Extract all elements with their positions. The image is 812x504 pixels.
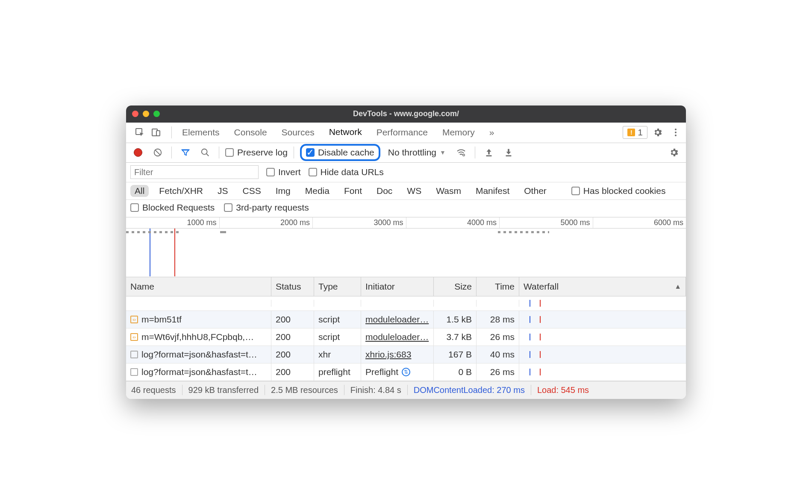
col-initiator[interactable]: Initiator [361, 277, 434, 296]
chevron-down-icon: ▼ [440, 149, 446, 156]
tab-performance[interactable]: Performance [371, 122, 434, 143]
cell-initiator: moduleloader… [361, 311, 434, 328]
device-toolbar-icon[interactable] [148, 125, 164, 140]
table-row[interactable]: ‹›m=bm51tf 200 script moduleloader… 1.5 … [126, 311, 686, 328]
blocked-requests-label: Blocked Requests [142, 202, 215, 213]
table-row[interactable]: ‹›m=Wt6vjf,hhhU8,FCpbqb,… 200 script mod… [126, 328, 686, 346]
col-type[interactable]: Type [314, 277, 361, 296]
svg-point-9 [202, 149, 207, 155]
col-status[interactable]: Status [271, 277, 314, 296]
col-size[interactable]: Size [434, 277, 477, 296]
cell-time: 28 ms [477, 311, 519, 328]
sort-indicator-icon: ▲ [674, 283, 681, 290]
resources-size: 2.5 MB resources [271, 385, 338, 395]
type-pill-other[interactable]: Other [520, 185, 551, 197]
script-icon: ‹› [130, 316, 138, 323]
cell-status: 200 [271, 311, 314, 328]
ruler-tick: 1000 ms [126, 217, 219, 228]
minimize-window-button[interactable] [143, 111, 149, 117]
load-marker [174, 229, 175, 276]
col-name[interactable]: Name [126, 277, 271, 296]
requests-table-header: Name Status Type Initiator Size Time Wat… [126, 277, 686, 296]
activity-bar [498, 231, 549, 233]
invert-checkbox[interactable]: Invert [266, 167, 301, 177]
divider [171, 126, 172, 138]
maximize-window-button[interactable] [153, 111, 160, 117]
type-pill-fetchxhr[interactable]: Fetch/XHR [155, 185, 207, 197]
svg-rect-12 [486, 155, 491, 156]
upload-har-icon[interactable] [481, 145, 497, 160]
load-time: Load: 545 ms [537, 385, 589, 395]
disable-cache-checkbox[interactable]: ✓Disable cache [306, 147, 374, 158]
requests-count: 46 requests [131, 385, 176, 395]
cell-name: log?format=json&hasfast=t… [126, 363, 271, 381]
close-window-button[interactable] [132, 111, 138, 117]
network-conditions-icon[interactable] [453, 145, 469, 160]
type-pill-js[interactable]: JS [213, 185, 232, 197]
blocked-requests-checkbox[interactable]: Blocked Requests [130, 202, 215, 213]
type-pill-all[interactable]: All [130, 185, 149, 197]
more-tabs-button[interactable]: » [483, 122, 500, 143]
table-row[interactable]: log?format=json&hasfast=t… 200 xhr xhrio… [126, 346, 686, 363]
filter-toggle-icon[interactable] [178, 145, 193, 160]
network-settings-icon[interactable] [666, 145, 682, 160]
tab-network[interactable]: Network [323, 122, 368, 143]
hide-data-urls-checkbox[interactable]: Hide data URLs [309, 167, 384, 177]
cell-type: script [314, 311, 361, 328]
inspect-element-icon[interactable] [132, 125, 147, 140]
svg-line-10 [206, 154, 209, 156]
throttling-select[interactable]: No throttling ▼ [385, 147, 449, 158]
preserve-log-label: Preserve log [237, 147, 288, 158]
col-time[interactable]: Time [477, 277, 519, 296]
download-har-icon[interactable] [501, 145, 516, 160]
document-icon [130, 368, 138, 376]
tab-sources[interactable]: Sources [276, 122, 321, 143]
warning-icon: ! [627, 129, 635, 136]
settings-icon[interactable] [650, 125, 665, 140]
svg-rect-2 [156, 131, 160, 136]
third-party-checkbox[interactable]: 3rd-party requests [224, 202, 309, 213]
type-pill-font[interactable]: Font [340, 185, 366, 197]
disable-cache-highlight: ✓Disable cache [300, 144, 380, 161]
type-pill-css[interactable]: CSS [238, 185, 265, 197]
has-blocked-cookies-label: Has blocked cookies [583, 186, 666, 196]
svg-rect-8 [182, 149, 189, 151]
window-title: DevTools - www.google.com/ [126, 109, 686, 118]
invert-label: Invert [278, 167, 301, 177]
type-pill-ws[interactable]: WS [403, 185, 426, 197]
cell-name: ‹›m=bm51tf [126, 311, 271, 328]
tab-console[interactable]: Console [228, 122, 273, 143]
type-pill-img[interactable]: Img [271, 185, 295, 197]
third-party-label: 3rd-party requests [236, 202, 309, 213]
filter-input[interactable] [130, 165, 259, 179]
filter-bar: Invert Hide data URLs [126, 163, 686, 182]
throttling-label: No throttling [388, 147, 436, 158]
svg-line-7 [155, 150, 161, 155]
resource-type-filter: All Fetch/XHR JS CSS Img Media Font Doc … [126, 182, 686, 200]
transferred-size: 929 kB transferred [188, 385, 259, 395]
requests-table-body: ‹›m=bm51tf 200 script moduleloader… 1.5 … [126, 296, 686, 381]
svg-point-4 [675, 132, 677, 133]
network-toolbar: Preserve log ✓Disable cache No throttlin… [126, 143, 686, 163]
col-waterfall[interactable]: Waterfall▲ [519, 277, 686, 296]
document-icon [130, 351, 138, 358]
type-pill-wasm[interactable]: Wasm [432, 185, 465, 197]
search-icon[interactable] [197, 145, 213, 160]
tab-elements[interactable]: Elements [176, 122, 226, 143]
type-pill-manifest[interactable]: Manifest [471, 185, 514, 197]
more-filters-row: Blocked Requests 3rd-party requests [126, 200, 686, 217]
record-button[interactable] [130, 145, 146, 160]
issues-badge[interactable]: ! 1 [623, 126, 647, 139]
preserve-log-checkbox[interactable]: Preserve log [225, 147, 288, 158]
overview-timeline[interactable]: 1000 ms 2000 ms 3000 ms 4000 ms 5000 ms … [126, 217, 686, 277]
tab-memory[interactable]: Memory [436, 122, 481, 143]
ruler-tick: 5000 ms [499, 217, 593, 228]
clear-button[interactable] [150, 145, 165, 160]
kebab-menu-icon[interactable] [668, 125, 683, 140]
svg-point-3 [675, 129, 677, 130]
table-row[interactable]: log?format=json&hasfast=t… 200 preflight… [126, 363, 686, 381]
type-pill-doc[interactable]: Doc [372, 185, 397, 197]
issues-count: 1 [638, 127, 643, 138]
has-blocked-cookies-checkbox[interactable]: Has blocked cookies [571, 186, 666, 196]
type-pill-media[interactable]: Media [301, 185, 334, 197]
